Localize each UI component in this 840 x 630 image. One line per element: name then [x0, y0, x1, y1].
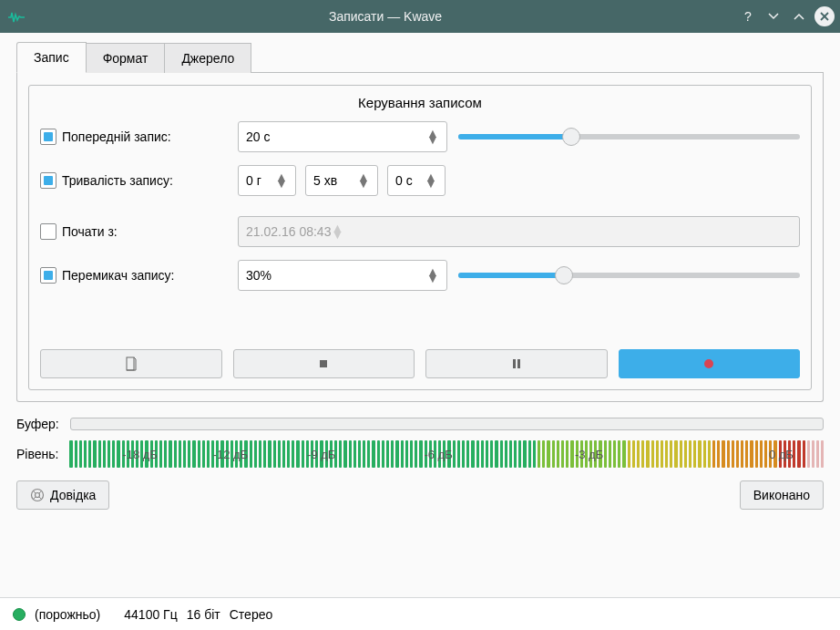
record-icon — [702, 356, 716, 371]
svg-line-13 — [39, 497, 42, 500]
level-mark: 0 дБ — [769, 448, 794, 461]
duration-seconds-spinbox[interactable]: 0 с ▲▼ — [387, 165, 446, 196]
svg-text:?: ? — [744, 10, 752, 23]
svg-rect-6 — [517, 359, 520, 368]
help-lifebuoy-icon — [30, 488, 45, 502]
chevron-down-icon: ▼ — [425, 181, 437, 187]
statusbar: (порожньо) 44100 Гц 16 біт Стерео — [0, 597, 840, 630]
status-rate: 44100 Гц — [124, 607, 177, 622]
duration-checkbox[interactable] — [40, 172, 56, 189]
minimize-button[interactable] — [763, 6, 784, 26]
chevron-down-icon: ▼ — [426, 137, 439, 143]
level-mark: -12 дБ — [213, 448, 249, 461]
level-label: Рівень: — [16, 447, 58, 461]
buffer-bar — [70, 418, 824, 430]
status-bits: 16 біт — [187, 607, 220, 622]
pause-button[interactable] — [425, 349, 608, 378]
chevron-down-icon: ▼ — [426, 275, 439, 282]
new-button[interactable] — [40, 349, 222, 378]
svg-rect-3 — [127, 357, 134, 370]
start-datetime: 21.02.16 08:43 ▲▼ — [238, 216, 800, 247]
level-meter: -18 дБ-12 дБ-9 дБ-6 дБ-3 дБ0 дБ — [69, 440, 824, 468]
tab-format[interactable]: Формат — [86, 43, 166, 73]
app-icon — [5, 9, 27, 24]
help-dialog-button[interactable]: Довідка — [16, 480, 109, 510]
prerecord-checkbox[interactable] — [40, 129, 56, 145]
start-label: Почати з: — [62, 224, 118, 239]
svg-line-11 — [39, 491, 42, 493]
maximize-button[interactable] — [789, 6, 809, 26]
chevron-down-icon: ▼ — [275, 181, 288, 187]
trigger-spinbox[interactable]: 30% ▲▼ — [238, 260, 447, 291]
svg-rect-4 — [320, 360, 327, 367]
record-button[interactable] — [619, 349, 801, 378]
start-checkbox[interactable] — [40, 223, 56, 240]
level-mark: -18 дБ — [122, 448, 158, 461]
svg-line-10 — [33, 491, 36, 493]
svg-line-12 — [33, 497, 36, 500]
svg-point-9 — [36, 493, 40, 498]
help-button[interactable]: ? — [738, 6, 758, 26]
status-dot-icon — [13, 608, 26, 621]
chevron-down-icon: ▼ — [357, 181, 370, 187]
trigger-label: Перемикач запису: — [62, 268, 174, 283]
titlebar: Записати — Kwave ? — [0, 0, 840, 33]
status-state: (порожньо) — [35, 607, 100, 622]
prerecord-slider[interactable] — [458, 129, 800, 145]
status-channels: Стерео — [230, 607, 273, 622]
chevron-down-icon: ▼ — [331, 232, 343, 238]
tabs: Запис Формат Джерело — [16, 42, 824, 73]
group-title: Керування записом — [40, 86, 800, 121]
prerecord-spinbox[interactable]: 20 с ▲▼ — [238, 121, 447, 152]
buffer-label: Буфер: — [16, 417, 59, 431]
done-button[interactable]: Виконано — [740, 480, 824, 510]
level-mark: -3 дБ — [575, 448, 603, 461]
window-title: Записати — Kwave — [33, 9, 738, 24]
close-button[interactable] — [814, 6, 835, 26]
tab-source[interactable]: Джерело — [164, 43, 251, 73]
svg-rect-5 — [513, 359, 516, 368]
prerecord-label: Попередній запис: — [62, 129, 171, 144]
tab-record[interactable]: Запис — [16, 42, 87, 73]
duration-hours-spinbox[interactable]: 0 г ▲▼ — [238, 165, 296, 196]
stop-icon — [316, 356, 331, 371]
level-mark: -9 дБ — [307, 448, 335, 461]
pause-icon — [509, 356, 524, 371]
new-icon — [124, 356, 138, 371]
record-control-group: Керування записом Попередній запис: 20 с… — [28, 85, 812, 390]
trigger-checkbox[interactable] — [40, 267, 56, 284]
trigger-slider[interactable] — [458, 267, 800, 284]
svg-point-7 — [704, 359, 713, 368]
duration-minutes-spinbox[interactable]: 5 хв ▲▼ — [305, 165, 378, 196]
level-mark: -6 дБ — [424, 448, 452, 461]
stop-button[interactable] — [233, 349, 415, 378]
duration-label: Тривалість запису: — [62, 173, 173, 188]
